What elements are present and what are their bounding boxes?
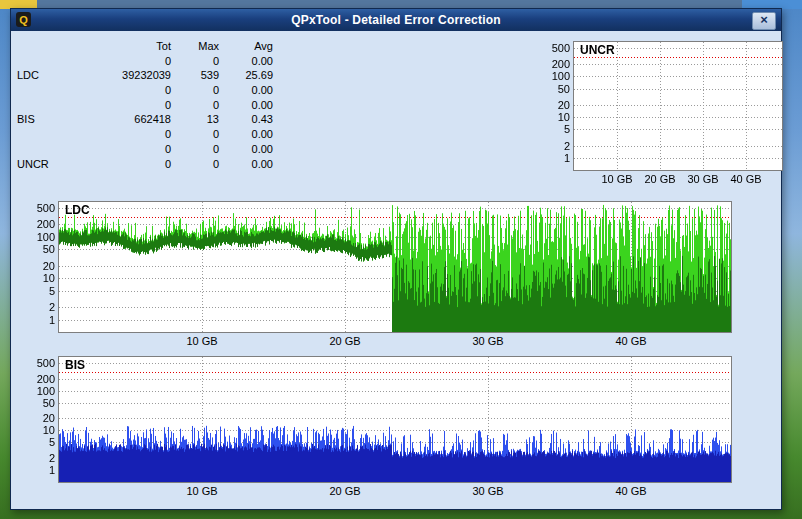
y-tick-label: 500 [21, 357, 55, 369]
stats-cell-avg: 0.00 [219, 98, 273, 113]
stats-cell-avg: 0.00 [219, 83, 273, 98]
y-tick-label: 200 [21, 373, 55, 385]
ldc-chart-title: LDC [65, 203, 90, 217]
x-tick-label: 20 GB [320, 335, 370, 347]
x-tick-label: 20 GB [320, 485, 370, 497]
x-tick-label: 10 GB [177, 335, 227, 347]
stats-cell-avg: 0.00 [219, 142, 273, 157]
stats-cell-max: 0 [171, 83, 219, 98]
stats-cell-tot: 0 [67, 83, 171, 98]
error-correction-window: Q QPxTool - Detailed Error Correction × … [10, 8, 782, 510]
y-tick-label: 5 [21, 285, 55, 297]
x-tick-label: 10 GB [177, 485, 227, 497]
y-tick-label: 5 [536, 123, 570, 135]
close-icon: × [760, 12, 768, 27]
stats-cell-avg: 25.69 [219, 68, 273, 83]
stats-cell-max: 0 [171, 98, 219, 113]
y-tick-label: 100 [21, 231, 55, 243]
y-tick-label: 2 [21, 452, 55, 464]
y-tick-label: 10 [21, 424, 55, 436]
window-title: QPxTool - Detailed Error Correction [41, 9, 751, 31]
y-tick-label: 1 [21, 464, 55, 476]
stats-table: TotMaxAvg000.00LDC3923203953925.69000.00… [17, 39, 273, 171]
y-tick-label: 200 [536, 58, 570, 70]
stats-cell-tot: 0 [67, 142, 171, 157]
stats-cell-max: 539 [171, 68, 219, 83]
y-tick-label: 50 [21, 243, 55, 255]
desktop-background: Q QPxTool - Detailed Error Correction × … [0, 0, 802, 519]
stats-row-label: BIS [17, 112, 67, 127]
bis-chart: BIS 50020010050201052110 GB20 GB30 GB40 … [58, 356, 732, 483]
y-tick-label: 20 [536, 99, 570, 111]
uncr-plot-canvas [574, 42, 782, 170]
y-tick-label: 100 [536, 70, 570, 82]
stats-row-label [17, 83, 67, 98]
stats-row-label [17, 98, 67, 113]
y-tick-label: 1 [536, 152, 570, 164]
window-content: TotMaxAvg000.00LDC3923203953925.69000.00… [11, 31, 781, 509]
y-tick-label: 50 [21, 397, 55, 409]
y-tick-label: 2 [21, 301, 55, 313]
x-tick-label: 40 GB [721, 173, 771, 185]
x-tick-label: 30 GB [463, 485, 513, 497]
stats-row-label [17, 127, 67, 142]
uncr-chart: UNCR 50020010050201052110 GB20 GB30 GB40… [573, 41, 783, 171]
y-tick-label: 2 [536, 140, 570, 152]
stats-header-cell: Tot [67, 39, 171, 54]
y-tick-label: 10 [21, 272, 55, 284]
y-tick-label: 5 [21, 436, 55, 448]
stats-cell-max: 0 [171, 142, 219, 157]
stats-cell-avg: 0.00 [219, 127, 273, 142]
y-tick-label: 10 [536, 111, 570, 123]
stats-row-label: LDC [17, 68, 67, 83]
stats-cell-max: 13 [171, 112, 219, 127]
stats-cell-tot: 0 [67, 157, 171, 172]
stats-header-cell: Max [171, 39, 219, 54]
stats-cell-tot: 0 [67, 54, 171, 69]
ldc-plot-canvas [59, 202, 731, 332]
y-tick-label: 20 [21, 260, 55, 272]
stats-cell-tot: 0 [67, 127, 171, 142]
y-tick-label: 500 [536, 42, 570, 54]
y-tick-label: 20 [21, 412, 55, 424]
stats-cell-avg: 0.00 [219, 157, 273, 172]
title-bar[interactable]: Q QPxTool - Detailed Error Correction × [11, 9, 781, 31]
bis-plot-canvas [59, 357, 731, 482]
app-icon[interactable]: Q [16, 12, 31, 27]
y-tick-label: 500 [21, 202, 55, 214]
stats-cell-tot: 0 [67, 98, 171, 113]
y-tick-label: 1 [21, 314, 55, 326]
close-button[interactable]: × [752, 12, 776, 30]
x-tick-label: 40 GB [606, 485, 656, 497]
stats-header-corner [17, 39, 67, 54]
y-tick-label: 200 [21, 218, 55, 230]
stats-row-label: UNCR [17, 157, 67, 172]
stats-cell-avg: 0.43 [219, 112, 273, 127]
stats-cell-max: 0 [171, 127, 219, 142]
stats-row-label [17, 142, 67, 157]
x-tick-label: 30 GB [463, 335, 513, 347]
bis-chart-title: BIS [65, 358, 85, 372]
x-tick-label: 40 GB [606, 335, 656, 347]
uncr-chart-title: UNCR [580, 43, 615, 57]
ldc-chart: LDC 50020010050201052110 GB20 GB30 GB40 … [58, 201, 732, 333]
stats-cell-max: 0 [171, 157, 219, 172]
stats-cell-tot: 39232039 [67, 68, 171, 83]
stats-header-cell: Avg [219, 39, 273, 54]
y-tick-label: 100 [21, 385, 55, 397]
stats-cell-max: 0 [171, 54, 219, 69]
stats-row-label [17, 54, 67, 69]
stats-cell-avg: 0.00 [219, 54, 273, 69]
y-tick-label: 50 [536, 83, 570, 95]
stats-cell-tot: 662418 [67, 112, 171, 127]
